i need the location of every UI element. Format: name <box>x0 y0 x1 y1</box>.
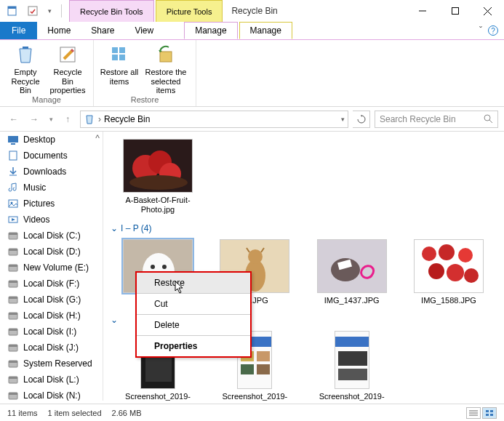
tab-manage-picture[interactable]: Manage <box>239 22 292 39</box>
tree-item-label: New Volume (E:) <box>23 262 89 273</box>
chevron-down-icon: ⌄ <box>111 315 118 325</box>
tab-home[interactable]: Home <box>37 22 81 39</box>
up-button[interactable]: ↑ <box>60 111 76 127</box>
tree-item[interactable]: Local Disk (L:) <box>0 372 103 388</box>
contextual-tab-picture[interactable]: Picture Tools <box>156 0 223 22</box>
tree-item[interactable]: Local Disk (G:) <box>0 292 103 308</box>
group-header[interactable]: ⌄ I – P (4) <box>111 223 497 233</box>
tree-item-label: System Reserved <box>23 358 92 369</box>
back-button[interactable]: ← <box>6 111 22 127</box>
ribbon-label: Empty Recycle Bin <box>4 68 47 95</box>
svg-rect-86 <box>490 414 493 416</box>
tree-item[interactable]: New Volume (E:) <box>0 260 103 276</box>
tree-item[interactable]: Local Disk (C:) <box>0 228 103 244</box>
tree-item-icon <box>7 182 19 193</box>
ribbon-group-restore: Restore all items Restore the selected i… <box>94 40 196 106</box>
tree-item-icon <box>7 294 19 305</box>
tree-item[interactable]: Local Disk (N:) <box>0 388 103 401</box>
tree-item-icon <box>7 278 19 289</box>
tree-item[interactable]: Documents <box>0 148 103 164</box>
file-item[interactable]: IMG_1437.JPG <box>312 239 392 305</box>
chevron-down-icon: ⌄ <box>111 223 118 233</box>
tree-item[interactable]: Videos <box>0 212 103 228</box>
context-restore[interactable]: Restore <box>137 273 250 294</box>
thumbnail <box>317 239 387 293</box>
svg-rect-78 <box>338 351 367 366</box>
tree-item[interactable]: Local Disk (I:) <box>0 324 103 340</box>
group-label: I – P (4) <box>121 223 151 233</box>
search-input[interactable]: Search Recycle Bin <box>375 111 498 128</box>
thumbnail <box>123 139 193 193</box>
svg-rect-9 <box>119 55 125 60</box>
close-button[interactable] <box>471 0 504 22</box>
tree-item-label: Downloads <box>23 167 66 177</box>
cursor-icon <box>175 281 186 294</box>
minimize-button[interactable] <box>406 0 439 22</box>
svg-rect-8 <box>112 55 118 60</box>
search-placeholder: Search Recycle Bin <box>380 114 456 124</box>
tree-item-icon <box>7 310 19 321</box>
tree-item-icon <box>7 374 19 385</box>
restore-selected-button[interactable]: Restore the selected items <box>140 43 191 95</box>
thumbnail <box>414 239 484 293</box>
collapse-ribbon-icon[interactable]: ˇ <box>479 25 482 36</box>
restore-all-button[interactable]: Restore all items <box>98 43 140 86</box>
details-view-button[interactable] <box>466 407 481 419</box>
svg-rect-69 <box>145 356 172 382</box>
file-item[interactable]: Screenshot_2019-06-13-22-56-15.png <box>312 331 392 401</box>
breadcrumb[interactable]: › Recycle Bin ▾ <box>80 111 348 128</box>
svg-line-14 <box>489 120 492 123</box>
tab-file[interactable]: File <box>0 22 37 39</box>
tab-view[interactable]: View <box>124 22 164 39</box>
qat-file-icon[interactable] <box>4 3 20 19</box>
qat-properties-icon[interactable] <box>25 3 41 19</box>
refresh-button[interactable] <box>353 111 370 128</box>
thumbnail-view-button[interactable] <box>482 407 497 419</box>
help-icon[interactable]: ? <box>488 25 498 36</box>
tree-item[interactable]: Music <box>0 180 103 196</box>
svg-rect-31 <box>9 297 17 299</box>
recent-locations-dropdown[interactable]: ▾ <box>47 111 55 127</box>
tree-item-icon <box>7 342 19 353</box>
svg-rect-29 <box>9 281 17 283</box>
tree-item[interactable]: Local Disk (F:) <box>0 276 103 292</box>
svg-rect-74 <box>241 364 254 374</box>
tree-item[interactable]: Local Disk (D:) <box>0 244 103 260</box>
tree-item[interactable]: Pictures <box>0 196 103 212</box>
tree-item[interactable]: Downloads <box>0 164 103 180</box>
breadcrumb-dropdown-icon[interactable]: ▾ <box>341 116 345 123</box>
tab-share[interactable]: Share <box>81 22 124 39</box>
tree-item-label: Local Disk (F:) <box>23 278 79 289</box>
file-item[interactable]: A-Basket-Of-Fruit-Photo.jpg <box>118 139 198 214</box>
tree-item[interactable]: Desktop <box>0 132 103 148</box>
svg-point-52 <box>162 265 167 269</box>
context-properties[interactable]: Properties <box>137 336 250 356</box>
tree-item[interactable]: Local Disk (J:) <box>0 340 103 356</box>
svg-rect-17 <box>9 151 17 160</box>
svg-point-61 <box>422 246 436 261</box>
breadcrumb-location[interactable]: Recycle Bin <box>104 114 150 124</box>
recycle-bin-properties-button[interactable]: Recycle Bin properties <box>47 43 89 95</box>
forward-button[interactable]: → <box>26 111 42 127</box>
tree-item-label: Music <box>23 183 46 193</box>
navigation-pane[interactable]: ^ DesktopDocumentsDownloadsMusicPictures… <box>0 132 103 401</box>
empty-recycle-bin-button[interactable]: Empty Recycle Bin <box>4 43 47 95</box>
svg-rect-83 <box>486 410 489 412</box>
context-cut[interactable]: Cut <box>137 294 250 315</box>
scrollbar-up[interactable]: ^ <box>94 133 101 140</box>
qat-dropdown-icon[interactable]: ▾ <box>45 3 54 19</box>
tree-item[interactable]: Local Disk (H:) <box>0 308 103 324</box>
file-item[interactable]: IMG_1588.JPG <box>409 239 489 305</box>
svg-rect-79 <box>338 369 367 380</box>
context-delete[interactable]: Delete <box>137 315 250 336</box>
maximize-button[interactable] <box>439 0 471 22</box>
properties-icon <box>56 43 79 66</box>
tree-item-label: Local Disk (C:) <box>23 230 81 241</box>
restore-selected-icon <box>154 43 177 66</box>
quick-access-toolbar: ▾ <box>0 3 69 19</box>
tree-item[interactable]: System Reserved <box>0 356 103 372</box>
file-list[interactable]: A-Basket-Of-Fruit-Photo.jpg ⌄ I – P (4) … <box>103 132 504 401</box>
tab-manage-recycle[interactable]: Manage <box>184 22 237 39</box>
file-name: Screenshot_2019-06-13-22-56-05.png <box>218 392 291 401</box>
contextual-tab-recycle[interactable]: Recycle Bin Tools <box>69 0 154 22</box>
